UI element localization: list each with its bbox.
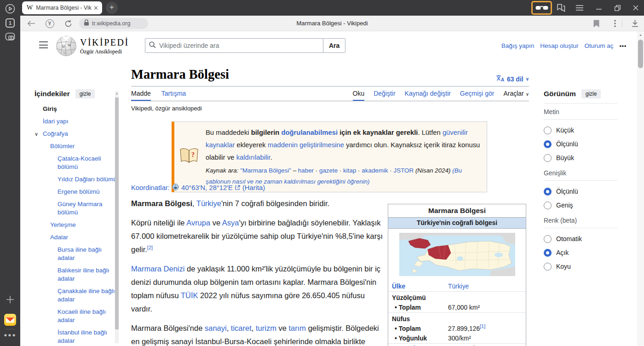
radio-option-otomatik[interactable]: Otomatik <box>544 232 617 246</box>
scroll-up-icon[interactable]: ▲ <box>115 92 118 95</box>
tab-edit-source[interactable]: Kaynağı değiştir <box>405 90 451 100</box>
radio-icon[interactable] <box>544 263 552 271</box>
wiki-wordmark[interactable]: VİKİPEDİ Özgür Ansiklopedi <box>80 37 129 55</box>
tab-edit[interactable]: Değiştir <box>374 90 395 100</box>
radio-selected-icon[interactable] <box>544 140 552 148</box>
inline-link[interactable]: haber <box>298 167 314 174</box>
tab-history[interactable]: Geçmişi gör <box>460 90 494 100</box>
toc-item[interactable]: Adalar <box>34 233 118 242</box>
toc-item[interactable]: Yıldız Dağları bölümü <box>34 175 118 184</box>
radio-icon[interactable] <box>544 154 552 162</box>
donate-link[interactable]: Bağış yapın <box>501 42 534 49</box>
inline-link[interactable]: gazete <box>319 167 338 174</box>
toc-item[interactable]: İstanbul iline bağlı adalar <box>34 329 118 345</box>
inline-link[interactable]: akademik <box>362 167 388 174</box>
toc-scrollbar[interactable]: ▲ <box>115 91 119 343</box>
screenshot-icon[interactable] <box>5 31 16 44</box>
tab-talk[interactable]: Tartışma <box>161 90 186 100</box>
toc-item[interactable]: İdari yapı <box>34 117 118 126</box>
search-input[interactable] <box>159 42 319 49</box>
language-selector[interactable]: A 63 dil ∨ <box>495 75 529 83</box>
browser-tab[interactable]: W Marmara Bölgesi - Vikip ✕ <box>22 1 102 14</box>
inline-link[interactable]: kitap <box>343 167 356 174</box>
radio-icon[interactable] <box>544 202 552 209</box>
map-link[interactable]: (Harita) <box>242 184 265 191</box>
scroll-up-icon[interactable]: ▲ <box>639 33 642 36</box>
collections-icon[interactable] <box>555 2 566 13</box>
radio-option--l-nl-[interactable]: Ölçünlü <box>544 137 617 151</box>
radio-selected-icon[interactable] <box>544 188 552 196</box>
inline-link[interactable]: doğrulanabilmesi <box>282 129 338 136</box>
radio-option-a-k[interactable]: Açık <box>544 246 617 260</box>
toc-scrollbar-thumb[interactable] <box>115 98 119 329</box>
inline-link[interactable]: "Marmara Bölgesi" <box>240 167 291 174</box>
radio-option-k-k[interactable]: Küçük <box>544 123 617 137</box>
add-panel-icon[interactable] <box>6 295 15 306</box>
download-icon[interactable] <box>630 19 639 28</box>
inline-link[interactable]: turizm <box>256 324 276 332</box>
search-button[interactable]: Ara <box>323 38 345 53</box>
create-account-link[interactable]: Hesap oluştur <box>540 42 578 49</box>
tab-counter[interactable]: 1 <box>6 18 15 28</box>
radio-icon[interactable] <box>544 235 552 243</box>
appearance-hide-button[interactable]: gizle <box>581 89 601 98</box>
page-scrollbar[interactable]: ▲ <box>637 31 644 346</box>
toc-item[interactable]: Yerleşme <box>34 221 118 229</box>
inline-link[interactable]: TÜİK <box>181 291 198 300</box>
radio-option-geni-[interactable]: Geniş <box>544 198 617 212</box>
mail-icon[interactable] <box>4 314 16 328</box>
turkey-region-map[interactable] <box>388 229 526 282</box>
inline-link[interactable]: sanayi <box>205 324 227 332</box>
toc-item[interactable]: Bursa iline bağlı adalar <box>34 246 118 262</box>
login-link[interactable]: Oturum aç <box>585 42 614 49</box>
kebab-icon[interactable] <box>610 19 620 28</box>
bookmark-icon[interactable] <box>592 19 601 28</box>
new-tab-button[interactable]: + <box>106 2 118 14</box>
radio-option-koyu[interactable]: Koyu <box>544 260 617 273</box>
inline-link[interactable]: tarım <box>289 324 306 332</box>
tab-read[interactable]: Oku <box>353 90 365 101</box>
menu-icon[interactable] <box>574 2 585 13</box>
glasses-icon[interactable] <box>535 4 548 12</box>
inline-link[interactable]: Avrupa <box>186 219 210 227</box>
reference-link[interactable]: [1] <box>480 323 485 329</box>
toc-item[interactable]: Güney Marmara bölümü <box>34 200 118 217</box>
chevron-down-icon[interactable]: ∨ <box>34 130 38 138</box>
radio-selected-icon[interactable] <box>544 249 552 257</box>
play-icon[interactable] <box>5 3 16 16</box>
toc-item[interactable]: Kocaeli iline bağlı adalar <box>34 308 118 324</box>
rail-more-icon[interactable]: ●●● <box>4 332 17 338</box>
inline-link[interactable]: maddenin geliştirilmesine <box>268 141 344 149</box>
close-icon[interactable] <box>630 2 641 13</box>
inline-link[interactable]: JSTOR <box>394 167 414 174</box>
inline-link[interactable]: Türkiye <box>196 199 221 208</box>
restore-icon[interactable] <box>612 2 623 13</box>
radio-option--l-nl-[interactable]: Ölçünlü <box>544 185 617 198</box>
wikipedia-logo[interactable]: Ω W い <box>55 35 77 58</box>
toc-item[interactable]: Giriş <box>34 105 118 113</box>
radio-icon[interactable] <box>544 127 552 134</box>
tools-menu[interactable]: Araçlar ∨ <box>503 90 529 100</box>
toc-item[interactable]: Çatalca-Kocaeli bölümü <box>34 155 118 171</box>
page-scrollbar-thumb[interactable] <box>638 40 643 68</box>
minimize-icon[interactable] <box>593 2 604 13</box>
coordinates-label-link[interactable]: Koordinatlar: <box>131 184 170 191</box>
toc-item[interactable]: Balıkesir iline bağlı adalar <box>34 266 118 283</box>
infobox-label-link[interactable]: Ülke <box>392 283 405 290</box>
more-options-icon[interactable]: ••• <box>620 43 627 49</box>
toc-item[interactable]: Bölümler <box>34 142 118 150</box>
toc-item[interactable]: Çanakkale iline bağlı adalar <box>34 287 118 304</box>
toc-item[interactable]: ∨Coğrafya <box>34 130 118 138</box>
toc-item[interactable]: Ergene bölümü <box>34 188 118 196</box>
toc-hide-button[interactable]: gizle <box>75 89 95 98</box>
inline-link[interactable]: Asya <box>222 219 239 227</box>
radio-option-b-y-k[interactable]: Büyük <box>544 151 617 165</box>
infobox-value-link[interactable]: Türkiye <box>448 283 469 290</box>
tab-article[interactable]: Madde <box>131 90 151 101</box>
inline-link[interactable]: kaldırılabilir <box>236 154 270 161</box>
hamburger-icon[interactable] <box>39 41 48 51</box>
coordinates-value-link[interactable]: 40°63′N, 28°12′E <box>181 184 233 191</box>
inline-link[interactable]: Marmara Denizi <box>131 265 184 273</box>
tab-close-icon[interactable]: ✕ <box>93 5 98 12</box>
inline-link[interactable]: ticaret <box>231 324 252 332</box>
